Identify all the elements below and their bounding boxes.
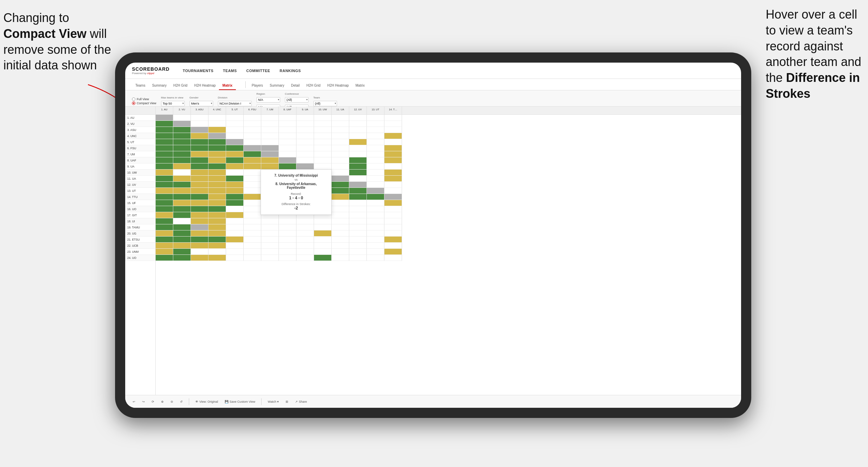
- cell-1-14[interactable]: [384, 115, 402, 121]
- nav-teams[interactable]: TEAMS: [223, 69, 237, 73]
- cell-21-11[interactable]: [332, 237, 349, 243]
- cell-21-1[interactable]: [156, 237, 173, 243]
- cell-23-3[interactable]: [191, 249, 208, 255]
- cell-6-13[interactable]: [367, 145, 384, 151]
- cell-6-12[interactable]: [349, 145, 367, 151]
- cell-3-13[interactable]: [367, 127, 384, 133]
- cell-22-11[interactable]: [332, 243, 349, 249]
- cell-12-14[interactable]: [384, 182, 402, 188]
- cell-1-1[interactable]: [156, 115, 173, 121]
- cell-23-4[interactable]: [208, 249, 226, 255]
- cell-15-11[interactable]: [332, 200, 349, 206]
- cell-13-5[interactable]: [226, 188, 244, 194]
- cell-4-2[interactable]: [173, 133, 191, 139]
- cell-9-10[interactable]: [314, 163, 332, 170]
- tab-h2h-grid-right[interactable]: H2H Grid: [303, 82, 324, 90]
- cell-23-2[interactable]: [173, 249, 191, 255]
- cell-7-7[interactable]: [261, 151, 279, 157]
- cell-2-12[interactable]: [349, 121, 367, 127]
- save-custom-view-button[interactable]: 💾 Save Custom View: [223, 399, 257, 404]
- zoom-in-button[interactable]: ⊕: [159, 399, 166, 404]
- cell-9-5[interactable]: [226, 163, 244, 170]
- cell-1-12[interactable]: [349, 115, 367, 121]
- cell-18-1[interactable]: [156, 218, 173, 224]
- cell-18-5[interactable]: [226, 218, 244, 224]
- cell-8-3[interactable]: [191, 157, 208, 163]
- cell-20-8[interactable]: [279, 230, 296, 237]
- cell-9-9[interactable]: [296, 163, 314, 170]
- cell-15-12[interactable]: [349, 200, 367, 206]
- cell-8-4[interactable]: [208, 157, 226, 163]
- cell-5-8[interactable]: [279, 139, 296, 145]
- cell-4-9[interactable]: [296, 133, 314, 139]
- cell-20-13[interactable]: [367, 230, 384, 237]
- cell-16-12[interactable]: [349, 206, 367, 212]
- cell-20-1[interactable]: [156, 230, 173, 237]
- cell-16-3[interactable]: [191, 206, 208, 212]
- cell-15-1[interactable]: [156, 200, 173, 206]
- cell-6-1[interactable]: [156, 145, 173, 151]
- cell-22-9[interactable]: [296, 243, 314, 249]
- cell-14-13[interactable]: [367, 194, 384, 200]
- cell-8-6[interactable]: [244, 157, 261, 163]
- cell-8-2[interactable]: [173, 157, 191, 163]
- reset-button[interactable]: ↺: [178, 399, 185, 404]
- tab-players[interactable]: Players: [248, 82, 266, 90]
- cell-1-11[interactable]: [332, 115, 349, 121]
- cell-13-12[interactable]: [349, 188, 367, 194]
- cell-5-14[interactable]: [384, 139, 402, 145]
- cell-23-10[interactable]: [314, 249, 332, 255]
- cell-18-2[interactable]: [173, 218, 191, 224]
- cell-6-8[interactable]: [279, 145, 296, 151]
- cell-4-7[interactable]: [261, 133, 279, 139]
- cell-19-5[interactable]: [226, 224, 244, 230]
- cell-24-4[interactable]: [208, 255, 226, 261]
- cell-7-5[interactable]: [226, 151, 244, 157]
- cell-15-6[interactable]: [244, 200, 261, 206]
- cell-13-2[interactable]: [173, 188, 191, 194]
- cell-1-10[interactable]: [314, 115, 332, 121]
- cell-24-1[interactable]: [156, 255, 173, 261]
- cell-18-10[interactable]: [314, 218, 332, 224]
- nav-committee[interactable]: COMMITTEE: [246, 69, 270, 73]
- cell-20-14[interactable]: [384, 230, 402, 237]
- cell-2-1[interactable]: [156, 121, 173, 127]
- cell-22-3[interactable]: [191, 243, 208, 249]
- cell-21-13[interactable]: [367, 237, 384, 243]
- cell-9-2[interactable]: [173, 163, 191, 170]
- cell-11-11[interactable]: [332, 176, 349, 182]
- cell-13-4[interactable]: [208, 188, 226, 194]
- cell-6-3[interactable]: [191, 145, 208, 151]
- cell-6-4[interactable]: [208, 145, 226, 151]
- cell-14-6[interactable]: [244, 194, 261, 200]
- watch-button[interactable]: Watch ▾: [266, 399, 281, 404]
- cell-5-3[interactable]: [191, 139, 208, 145]
- cell-24-13[interactable]: [367, 255, 384, 261]
- cell-2-5[interactable]: [226, 121, 244, 127]
- share-button[interactable]: ↗ Share: [293, 399, 309, 404]
- cell-12-4[interactable]: [208, 182, 226, 188]
- cell-3-11[interactable]: [332, 127, 349, 133]
- cell-8-13[interactable]: [367, 157, 384, 163]
- cell-24-5[interactable]: [226, 255, 244, 261]
- cell-8-10[interactable]: [314, 157, 332, 163]
- cell-4-5[interactable]: [226, 133, 244, 139]
- cell-19-10[interactable]: [314, 224, 332, 230]
- cell-19-7[interactable]: [261, 224, 279, 230]
- cell-6-6[interactable]: [244, 145, 261, 151]
- cell-18-11[interactable]: [332, 218, 349, 224]
- cell-8-9[interactable]: [296, 157, 314, 163]
- cell-5-9[interactable]: [296, 139, 314, 145]
- cell-4-8[interactable]: [279, 133, 296, 139]
- cell-19-1[interactable]: [156, 224, 173, 230]
- cell-11-12[interactable]: [349, 176, 367, 182]
- cell-2-10[interactable]: [314, 121, 332, 127]
- cell-23-5[interactable]: [226, 249, 244, 255]
- cell-23-8[interactable]: [279, 249, 296, 255]
- cell-18-7[interactable]: [261, 218, 279, 224]
- cell-10-13[interactable]: [367, 170, 384, 176]
- cell-11-13[interactable]: [367, 176, 384, 182]
- cell-1-6[interactable]: [244, 115, 261, 121]
- cell-2-2[interactable]: [173, 121, 191, 127]
- cell-11-6[interactable]: [244, 176, 261, 182]
